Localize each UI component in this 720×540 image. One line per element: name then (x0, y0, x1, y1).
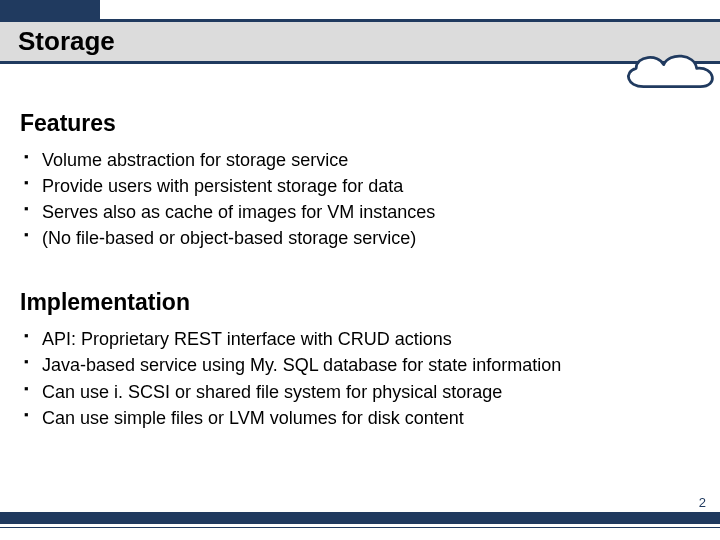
slide-title: Storage (18, 26, 115, 57)
footer-line (0, 527, 720, 528)
list-item: Can use i. SCSI or shared file system fo… (42, 379, 700, 405)
section-implementation: Implementation API: Proprietary REST int… (20, 289, 700, 430)
cloud-icon (616, 48, 720, 96)
list-item: Java-based service using My. SQL databas… (42, 352, 700, 378)
list-item: Provide users with persistent storage fo… (42, 173, 700, 199)
list-item: Can use simple files or LVM volumes for … (42, 405, 700, 431)
bullet-list: API: Proprietary REST interface with CRU… (20, 326, 700, 430)
footer-bar (0, 512, 720, 524)
page-number: 2 (699, 495, 706, 510)
section-features: Features Volume abstraction for storage … (20, 110, 700, 251)
slide: Storage Features Volume abstraction for … (0, 0, 720, 540)
list-item: Serves also as cache of images for VM in… (42, 199, 700, 225)
list-item: (No file-based or object-based storage s… (42, 225, 700, 251)
section-heading: Features (20, 110, 700, 137)
list-item: Volume abstraction for storage service (42, 147, 700, 173)
title-bar: Storage (0, 19, 720, 61)
bullet-list: Volume abstraction for storage service P… (20, 147, 700, 251)
list-item: API: Proprietary REST interface with CRU… (42, 326, 700, 352)
content-area: Features Volume abstraction for storage … (20, 110, 700, 431)
title-tab (0, 0, 100, 19)
section-heading: Implementation (20, 289, 700, 316)
title-underline (0, 61, 720, 64)
